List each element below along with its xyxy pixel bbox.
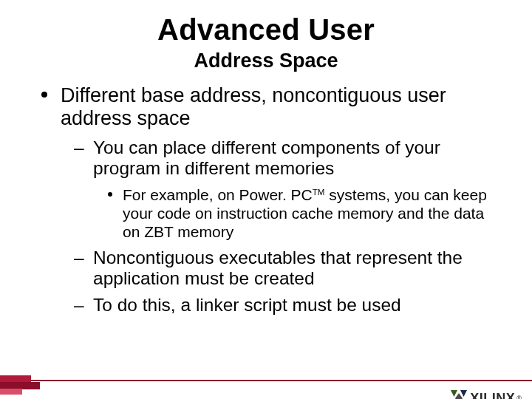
bullet-level2: – You can place different components of … xyxy=(74,137,502,242)
bullet-level2: – To do this, a linker script must be us… xyxy=(74,295,502,316)
trademark-symbol: TM xyxy=(313,188,325,197)
svg-marker-4 xyxy=(455,393,463,399)
bullet-level3: For example, on Power. PCTM systems, you… xyxy=(108,186,502,241)
dash-icon: – xyxy=(74,248,84,268)
xilinx-x-icon xyxy=(451,390,467,399)
svg-marker-1 xyxy=(460,390,467,397)
footer-divider xyxy=(0,380,532,381)
dash-icon: – xyxy=(74,137,84,158)
dash-icon: – xyxy=(74,295,84,316)
xilinx-logo: XILINX® xyxy=(451,390,522,399)
bullet-dot-icon xyxy=(41,92,47,98)
slide-title: Advanced User xyxy=(0,13,532,47)
bullet-text: You can place different components of yo… xyxy=(93,137,440,178)
bullet-level2: – Noncontiguous executables that represe… xyxy=(74,248,502,289)
bullet-dot-icon xyxy=(108,192,112,197)
registered-symbol: ® xyxy=(516,395,522,399)
footer-decoration-icon xyxy=(0,375,43,396)
bullet-text: Different base address, noncontiguous us… xyxy=(61,84,446,129)
bullet-text: Noncontiguous executables that represent… xyxy=(93,248,463,288)
slide-subtitle: Address Space xyxy=(0,50,532,72)
footer: XILINX® xyxy=(0,380,532,399)
bullet-text-pre: For example, on Power. PC xyxy=(123,186,313,203)
bullet-level1: Different base address, noncontiguous us… xyxy=(41,84,502,316)
bullet-text: To do this, a linker script must be used xyxy=(93,295,401,315)
logo-text: XILINX xyxy=(470,391,515,400)
content-area: Different base address, noncontiguous us… xyxy=(41,84,502,316)
svg-marker-0 xyxy=(451,390,457,397)
slide: Advanced User Address Space Different ba… xyxy=(0,13,532,399)
